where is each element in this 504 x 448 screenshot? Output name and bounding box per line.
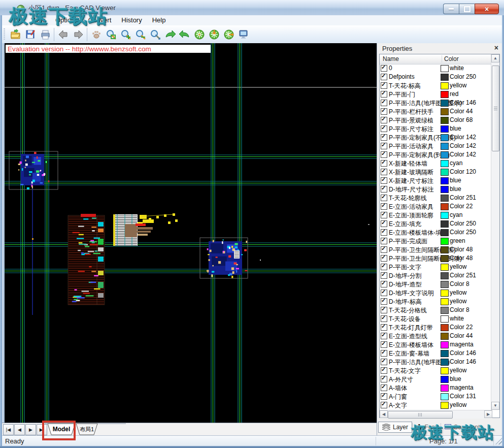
- layer-visibility-checkbox[interactable]: ✓: [381, 307, 387, 313]
- layer-row[interactable]: ✓E-立面-填充Color 250: [380, 219, 491, 228]
- column-name[interactable]: Name: [383, 55, 399, 62]
- layer-color-swatch[interactable]: [441, 220, 449, 228]
- layer-color-swatch[interactable]: [441, 82, 449, 89]
- layer-color-swatch[interactable]: [441, 229, 449, 236]
- layer-row[interactable]: ✓P-平面-活动家具Color 142: [380, 142, 491, 150]
- layer-row[interactable]: ✓A-门窗Color 131: [380, 392, 491, 401]
- zoom-center-button[interactable]: [207, 27, 221, 42]
- layer-visibility-checkbox[interactable]: ✓: [381, 385, 387, 391]
- layer-row[interactable]: ✓0white: [380, 64, 491, 73]
- redo-button[interactable]: [162, 27, 177, 42]
- layer-row[interactable]: ✓P-平面-景观绿植Color 68: [380, 116, 491, 124]
- panel-tab-layer[interactable]: Layer: [378, 422, 412, 433]
- layer-visibility-checkbox[interactable]: ✓: [381, 212, 387, 218]
- layer-color-swatch[interactable]: [441, 324, 449, 331]
- scroll-down-icon[interactable]: ▼: [491, 402, 499, 410]
- layer-row[interactable]: ✓P-平面-卫生间隔断(顶面)Color 48: [380, 245, 491, 254]
- layer-color-swatch[interactable]: [441, 350, 449, 357]
- layer-color-swatch[interactable]: [441, 203, 449, 210]
- layer-color-swatch[interactable]: [441, 177, 449, 184]
- layer-row[interactable]: ✓E-立面-活动家具Color 22: [380, 202, 491, 211]
- layer-color-swatch[interactable]: [441, 143, 449, 150]
- layer-color-swatch[interactable]: [441, 376, 449, 383]
- layer-color-swatch[interactable]: [441, 246, 449, 253]
- layer-row[interactable]: ✓P-平面-完成面green: [380, 237, 491, 245]
- layer-color-swatch[interactable]: [441, 160, 449, 167]
- layer-color-swatch[interactable]: [441, 100, 449, 107]
- layer-row[interactable]: ✓X-新建-尺寸标注blue: [380, 176, 491, 185]
- cad-canvas[interactable]: Evaluation version -- http://wwww.benzso…: [5, 43, 377, 423]
- layer-visibility-checkbox[interactable]: ✓: [381, 238, 387, 244]
- layer-visibility-checkbox[interactable]: ✓: [381, 203, 387, 210]
- layer-color-swatch[interactable]: [441, 195, 449, 202]
- layer-row[interactable]: ✓P-平面-洁具(地坪图块)Color 146: [380, 358, 491, 366]
- layer-row[interactable]: ✓T-天花-文字yellow: [380, 366, 491, 375]
- layer-row[interactable]: ✓E-立面-造型线Color 44: [380, 332, 491, 340]
- prev-sheet-button[interactable]: ◀: [14, 424, 25, 435]
- zoom-in-button[interactable]: [118, 27, 133, 42]
- layer-row[interactable]: ✓D-地坪-尺寸标注blue: [380, 185, 491, 194]
- layer-visibility-checkbox[interactable]: ✓: [381, 393, 387, 400]
- layer-row[interactable]: ✓P-平面-定制家具(到顶)Color 142: [380, 150, 491, 159]
- layer-color-swatch[interactable]: [441, 134, 449, 141]
- horizontal-scroll-thumb[interactable]: [388, 411, 453, 419]
- layer-visibility-checkbox[interactable]: ✓: [381, 160, 387, 167]
- layer-row[interactable]: ✓T-天花-灯具灯带Color 22: [380, 323, 491, 332]
- layer-color-swatch[interactable]: [441, 290, 449, 297]
- layer-visibility-checkbox[interactable]: ✓: [381, 272, 387, 279]
- layer-visibility-checkbox[interactable]: ✓: [381, 186, 387, 193]
- layer-row[interactable]: ✓P-平面-洁具(地坪图块显示)Color 146: [380, 99, 491, 107]
- layer-row[interactable]: ✓DefpointsColor 250: [380, 73, 491, 81]
- layer-visibility-checkbox[interactable]: ✓: [381, 324, 387, 331]
- scroll-left-icon[interactable]: ◀: [380, 410, 388, 418]
- layer-color-swatch[interactable]: [441, 402, 449, 409]
- layer-visibility-checkbox[interactable]: ✓: [381, 74, 387, 80]
- layer-row[interactable]: ✓P-平面-定制家具(不到顶)Color 142: [380, 133, 491, 142]
- properties-header[interactable]: Properties ×: [377, 43, 502, 54]
- layer-color-swatch[interactable]: [441, 65, 449, 72]
- layer-visibility-checkbox[interactable]: ✓: [381, 376, 387, 382]
- layer-row[interactable]: ✓D-地坪-文字说明yellow: [380, 289, 491, 297]
- zoom-extents-button[interactable]: [148, 27, 162, 42]
- layer-row[interactable]: ✓T-天花-标高yellow: [380, 81, 491, 90]
- layer-visibility-checkbox[interactable]: ✓: [381, 100, 387, 106]
- layer-row[interactable]: ✓P-平面-栏杆扶手Color 44: [380, 107, 491, 116]
- toolbar-grip[interactable]: [4, 28, 5, 41]
- zoom-previous-button[interactable]: [221, 27, 236, 42]
- layer-visibility-checkbox[interactable]: ✓: [381, 350, 387, 357]
- layer-row[interactable]: ✓P-平面-文字yellow: [380, 263, 491, 271]
- undo-button[interactable]: [177, 27, 192, 42]
- layer-row[interactable]: ✓P-平面-尺寸标注blue: [380, 124, 491, 133]
- layer-row[interactable]: ✓E-立面-楼板墙体magenta: [380, 340, 491, 349]
- layer-color-swatch[interactable]: [441, 272, 449, 279]
- layer-visibility-checkbox[interactable]: ✓: [381, 134, 387, 141]
- layer-visibility-checkbox[interactable]: ✓: [381, 315, 387, 322]
- column-color[interactable]: Color: [442, 55, 459, 62]
- layer-row[interactable]: ✓X-新建-轻体墙cyan: [380, 159, 491, 168]
- zoom-out-button[interactable]: [133, 27, 148, 42]
- panel-close-icon[interactable]: ×: [494, 44, 498, 52]
- layer-visibility-checkbox[interactable]: ✓: [381, 402, 387, 408]
- layer-color-swatch[interactable]: [441, 367, 449, 374]
- layer-color-swatch[interactable]: [441, 298, 449, 305]
- vertical-scroll-thumb[interactable]: [492, 66, 499, 151]
- layer-list-header[interactable]: Name Color: [380, 54, 491, 65]
- layer-row[interactable]: ✓T-天花-轮廓线Color 251: [380, 194, 491, 202]
- screen-view-button[interactable]: [236, 27, 251, 42]
- layer-visibility-checkbox[interactable]: ✓: [381, 220, 387, 227]
- minimize-button[interactable]: [443, 4, 459, 14]
- layer-row[interactable]: ✓E-立面-顶面轮廓cyan: [380, 211, 491, 219]
- layer-row[interactable]: ✓D-地坪-分割Color 251: [380, 271, 491, 280]
- layer-color-swatch[interactable]: [441, 341, 449, 348]
- layer-row[interactable]: ✓E-立面-窗-幕墙Color 146: [380, 349, 491, 358]
- tab-layout1-label[interactable]: 布局1: [80, 426, 94, 432]
- layer-visibility-checkbox[interactable]: ✓: [381, 298, 387, 305]
- scroll-right-icon[interactable]: ▶: [484, 410, 492, 418]
- layer-color-swatch[interactable]: [441, 385, 449, 392]
- layer-color-swatch[interactable]: [441, 212, 449, 219]
- next-sheet-button[interactable]: ▶: [25, 424, 36, 435]
- scroll-up-icon[interactable]: ▲: [491, 54, 499, 62]
- layer-color-swatch[interactable]: [441, 117, 449, 124]
- layer-color-swatch[interactable]: [441, 238, 449, 245]
- resize-grip[interactable]: [495, 438, 502, 444]
